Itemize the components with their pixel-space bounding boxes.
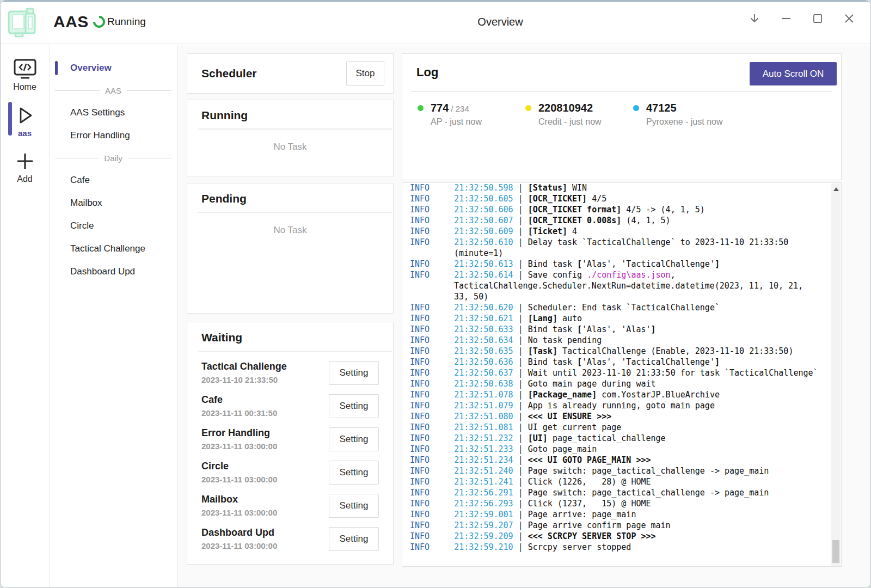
log-entry: INFO 21:32:51.233 | Goto page_main [410,444,823,455]
nav-section-divider: AAS [50,79,177,101]
rail-item-home[interactable]: Home [1,54,49,97]
stat-suffix: / 234 [451,104,469,113]
log-header: Log Auto Scroll ON [402,54,841,91]
pending-empty-text: No Task [187,225,393,236]
setting-button[interactable]: Setting [329,494,379,518]
waiting-task-name: Cafe [201,394,277,406]
scrollbar-thumb[interactable] [832,540,839,563]
log-entry: INFO 21:32:59.001 | Page arrive: page_ma… [410,509,823,520]
log-entry: INFO 21:32:51.232 | [UI] page_tactical_c… [410,433,823,444]
content-area: Scheduler Stop Running No Task Pending N… [177,45,870,587]
nav-item-overview[interactable]: Overview [50,57,177,79]
nav-item-cafe[interactable]: Cafe [50,169,177,192]
waiting-task-name: Dashboard Upd [201,527,277,538]
setting-button[interactable]: Setting [329,527,379,551]
pending-title: Pending [201,192,393,205]
log-entry: INFO 21:32:50.620 | Scheduler: End task … [410,302,823,313]
log-entry: INFO 21:32:51.081 | UI get current page [410,422,823,433]
scheduler-title: Scheduler [201,67,257,80]
stat-value: 774/ 234 [431,102,469,114]
auto-scroll-toggle[interactable]: Auto Scroll ON [750,62,837,85]
app-name: AAS [53,13,89,31]
waiting-task-row: Circle2023-11-11 03:00:00Setting [201,456,379,489]
nav-item-mailbox[interactable]: Mailbox [50,192,177,215]
waiting-task-row: Tactical Challenge2023-11-10 21:33:50Set… [201,356,379,389]
stat-label: Credit - just now [538,117,633,127]
pending-card: Pending No Task [187,183,394,314]
minimize-icon [780,13,792,24]
log-entry: INFO 21:32:50.636 | Bind task ['Alas', '… [410,357,823,367]
stat-label: AP - just now [431,117,525,127]
waiting-task-info: Error Handling2023-11-11 03:00:00 [201,427,277,451]
stat-value: 220810942 [538,102,593,114]
setting-button[interactable]: Setting [329,427,379,451]
waiting-task-info: Circle2023-11-11 03:00:00 [201,461,277,484]
app-logo [6,5,41,40]
divider [198,128,392,130]
log-entry: INFO 21:32:59.207 | Page arrive confirm … [410,520,823,531]
maximize-button[interactable] [806,7,829,30]
log-entry: INFO 21:32:51.241 | Click (1226, 28) @ H… [410,476,823,487]
setting-button[interactable]: Setting [329,394,379,418]
log-entry: INFO 21:32:51.234 | <<< UI GOTO PAGE_MAI… [410,455,823,465]
scheduler-card: Scheduler Stop [187,53,394,94]
running-card: Running No Task [187,100,394,176]
stop-button[interactable]: Stop [346,61,384,86]
waiting-task-name: Mailbox [201,494,277,505]
waiting-task-next-run: 2023-11-11 03:00:00 [201,442,277,451]
waiting-task-next-run: 2023-11-11 00:31:50 [201,408,277,418]
scrollbar-up-arrow-icon[interactable] [833,187,839,191]
stat-dot-icon [418,105,424,111]
waiting-task-name: Tactical Challenge [201,361,287,372]
log-entry: INFO 21:32:59.209 | <<< SCRCPY SERVER ST… [410,531,823,542]
running-empty-text: No Task [187,142,393,152]
log-entry: INFO 21:32:51.079 | App is already runni… [410,400,823,411]
nav-section-label: Daily [104,154,122,163]
rail-item-add[interactable]: Add [1,146,49,189]
log-card: Log Auto Scroll ON 774/ 234AP - just now… [402,53,842,180]
arrow-down-icon [749,13,760,24]
rail-item-label: Home [13,82,36,92]
status-text: Running [107,16,146,28]
stat-pyroxene: 47125Pyroxene - just now [633,102,741,127]
rail-item-aas[interactable]: aas [1,101,49,143]
log-entry: INFO 21:32:59.210 | Scrcpy server stoppe… [410,542,823,553]
nav-item-dashboard-upd[interactable]: Dashboard Upd [50,260,177,283]
close-icon [843,13,855,24]
log-entry: INFO 21:32:50.614 | Save config ./config… [410,270,823,302]
waiting-list: Tactical Challenge2023-11-10 21:33:50Set… [187,352,393,555]
dashboard-stats: 774/ 234AP - just now220810942Credit - j… [402,102,841,127]
log-entry: INFO 21:32:50.613 | Bind task ['Alas', '… [410,259,823,270]
minimize-button[interactable] [775,7,798,30]
log-entry: INFO 21:32:50.634 | No task pending [410,335,823,346]
setting-button[interactable]: Setting [329,361,379,385]
log-title: Log [416,65,438,79]
log-console[interactable]: INFO 21:32:50.598 | [Status] WININFO 21:… [402,182,842,567]
log-scrollbar[interactable] [831,183,841,566]
nav-panel: OverviewAASAAS SettingsError HandlingDai… [50,45,177,587]
divider [198,212,392,213]
log-entry: INFO 21:32:50.638 | Goto main page durin… [410,378,823,389]
nav-section-label: AAS [105,86,121,95]
nav-item-aas-settings[interactable]: AAS Settings [50,101,177,124]
running-spinner-icon [90,13,107,30]
waiting-task-name: Error Handling [201,427,277,439]
log-body: INFO 21:32:50.598 | [Status] WININFO 21:… [402,182,841,553]
log-entry: INFO 21:32:50.605 | [OCR_TICKET] 4/5 [410,193,823,204]
nav-item-circle[interactable]: Circle [50,215,177,237]
close-button[interactable] [838,7,861,30]
running-title: Running [201,109,393,122]
nav-item-error-handling[interactable]: Error Handling [50,124,177,147]
setting-button[interactable]: Setting [329,461,379,485]
stat-credit: 220810942Credit - just now [525,102,633,127]
update-download-button[interactable] [743,7,766,30]
log-entry: INFO 21:32:50.633 | Bind task ['Alas', '… [410,324,823,335]
log-entry: INFO 21:32:51.080 | <<< UI ENSURE >>> [410,411,823,422]
page-title: Overview [477,16,523,28]
code-monitor-icon [13,58,37,81]
waiting-task-next-run: 2023-11-10 21:33:50 [201,375,287,384]
stat-ap: 774/ 234AP - just now [418,102,525,127]
waiting-task-info: Tactical Challenge2023-11-10 21:33:50 [201,361,287,384]
nav-item-tactical-challenge[interactable]: Tactical Challenge [50,237,177,260]
maximize-icon [812,13,824,24]
